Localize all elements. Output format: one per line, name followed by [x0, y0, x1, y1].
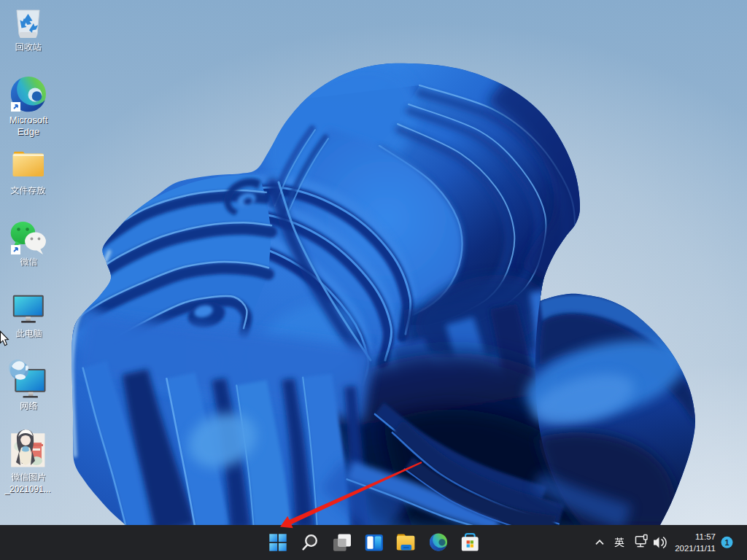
svg-text:Microsoft: Microsoft	[9, 114, 48, 125]
svg-text:Edge: Edge	[18, 126, 39, 137]
svg-text:11:57: 11:57	[695, 532, 716, 541]
svg-text:_2021091...: _2021091...	[4, 484, 50, 494]
svg-text:1: 1	[724, 538, 729, 547]
svg-text:2021/11/11: 2021/11/11	[675, 544, 716, 553]
